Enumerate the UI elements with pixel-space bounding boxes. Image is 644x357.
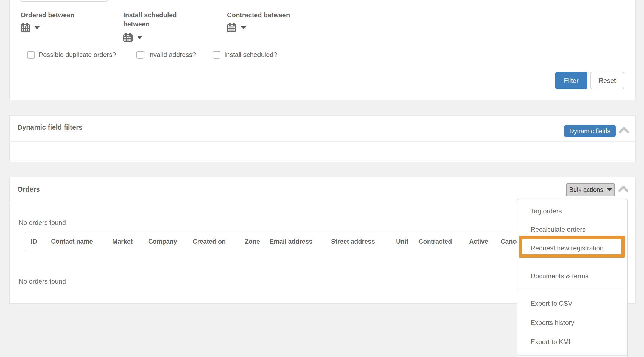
- column-header-created-on: Created on: [193, 238, 226, 245]
- menu-item-exports-history[interactable]: Exports history: [531, 318, 574, 327]
- menu-divider: [517, 289, 627, 289]
- column-header-email-address: Email address: [270, 238, 312, 245]
- install-scheduled-between-label: Install scheduled between: [123, 10, 192, 29]
- column-header-zone: Zone: [245, 238, 260, 245]
- text-filter-input[interactable]: [20, 0, 108, 2]
- menu-item-documents-and-terms[interactable]: Documents & terms: [531, 272, 589, 280]
- dynamic-fields-button[interactable]: Dynamic fields: [564, 125, 616, 137]
- menu-item-recalculate-orders[interactable]: Recalculate orders: [531, 225, 586, 234]
- orders-title: Orders: [17, 185, 40, 193]
- menu-item-export-to-kml[interactable]: Export to KML: [531, 338, 572, 346]
- possible-duplicate-orders-checkbox[interactable]: [27, 51, 35, 59]
- contracted-between-datepicker[interactable]: [227, 23, 246, 32]
- ordered-between-datepicker[interactable]: [21, 23, 40, 32]
- orders-admin-page: Ordered between Install scheduled betwee…: [0, 0, 644, 357]
- caret-down-icon: [241, 26, 246, 29]
- column-header-active: Active: [469, 238, 488, 245]
- column-header-contracted: Contracted: [419, 238, 452, 245]
- chevron-up-collapse-icon[interactable]: [619, 127, 629, 134]
- dynamic-field-filters-title: Dynamic field filters: [17, 123, 83, 131]
- menu-item-tag-orders[interactable]: Tag orders: [531, 207, 562, 216]
- menu-item-export-to-csv[interactable]: Export to CSV: [531, 299, 572, 308]
- bulk-actions-dropdown-menu: Tag orders Recalculate orders Request ne…: [517, 199, 628, 357]
- caret-down-icon: [137, 36, 142, 39]
- install-scheduled-label: Install scheduled?: [224, 51, 277, 59]
- column-header-unit: Unit: [396, 238, 408, 245]
- caret-down-icon: [34, 26, 40, 29]
- bulk-actions-button[interactable]: Bulk actions: [566, 183, 615, 196]
- install-scheduled-checkbox[interactable]: [213, 51, 220, 59]
- column-header-contact-name: Contact name: [51, 238, 93, 245]
- ordered-between-label: Ordered between: [21, 10, 74, 19]
- panel-divider: [10, 141, 635, 142]
- contracted-between-label: Contracted between: [227, 10, 290, 19]
- menu-divider: [517, 262, 627, 262]
- column-header-street-address: Street address: [331, 238, 375, 245]
- calendar-icon: [21, 23, 30, 32]
- menu-item-request-new-registration[interactable]: Request new registration: [531, 244, 603, 253]
- bulk-actions-label: Bulk actions: [569, 186, 603, 194]
- no-orders-found-top: No orders found: [19, 219, 66, 226]
- column-header-market: Market: [112, 238, 133, 245]
- dynamic-field-filters-panel: [9, 115, 636, 162]
- chevron-up-collapse-icon[interactable]: [618, 185, 629, 192]
- filter-button[interactable]: Filter: [555, 72, 587, 89]
- caret-down-icon: [607, 188, 612, 191]
- column-header-id: ID: [31, 238, 37, 245]
- invalid-address-label: Invalid address?: [148, 51, 196, 59]
- column-header-company: Company: [148, 238, 177, 245]
- menu-divider: [517, 355, 627, 356]
- filter-panel: [9, 0, 636, 100]
- no-orders-found-bottom: No orders found: [19, 277, 66, 285]
- install-scheduled-datepicker[interactable]: [123, 33, 142, 42]
- calendar-icon: [227, 23, 236, 32]
- invalid-address-checkbox[interactable]: [136, 51, 144, 59]
- calendar-icon: [123, 33, 133, 42]
- reset-button[interactable]: Reset: [590, 72, 624, 89]
- possible-duplicate-orders-label: Possible duplicate orders?: [39, 51, 116, 59]
